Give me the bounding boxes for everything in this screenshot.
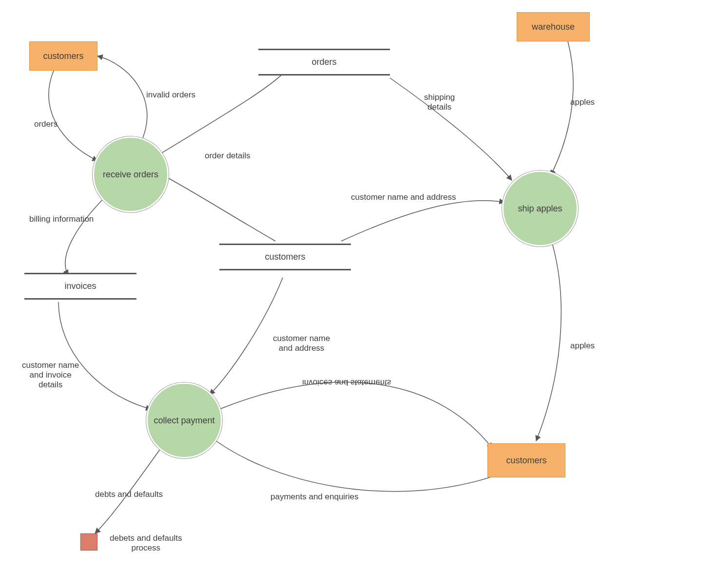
entity-customers-top: customers — [29, 41, 97, 71]
terminator-debts-defaults — [80, 533, 97, 550]
label-apples-in: apples — [570, 97, 595, 107]
entity-customers-bottom: customers — [487, 443, 565, 477]
store-customers: customers — [219, 244, 351, 270]
label-cust-name-invoice: customer name and invoice details — [22, 360, 79, 390]
label-invoices-statements: invoices and statements — [302, 378, 391, 387]
label-billing-info: billing information — [29, 214, 94, 224]
process-ship-apples: ship apples — [502, 171, 578, 247]
label-debts-defaults: debts and defaults — [95, 490, 163, 499]
label-cust-name-addr-1: customer name and address — [351, 192, 456, 202]
label-shipping-details: shipping details — [424, 93, 455, 112]
label-terminator: debets and defaults process — [110, 533, 182, 553]
process-collect-payment: collect payment — [146, 382, 222, 458]
store-invoices: invoices — [24, 273, 136, 300]
label-cust-name-addr-2: customer name and address — [273, 334, 330, 353]
process-receive-orders: receive orders — [93, 136, 169, 212]
label-orders: orders — [34, 119, 58, 129]
entity-warehouse: warehouse — [517, 12, 590, 41]
label-apples-out: apples — [570, 341, 595, 351]
label-order-details: order details — [205, 151, 251, 161]
store-orders: orders — [258, 49, 390, 76]
label-invalid-orders: invalid orders — [146, 90, 195, 100]
label-payments-enquiries: payments and enquiries — [271, 492, 359, 502]
